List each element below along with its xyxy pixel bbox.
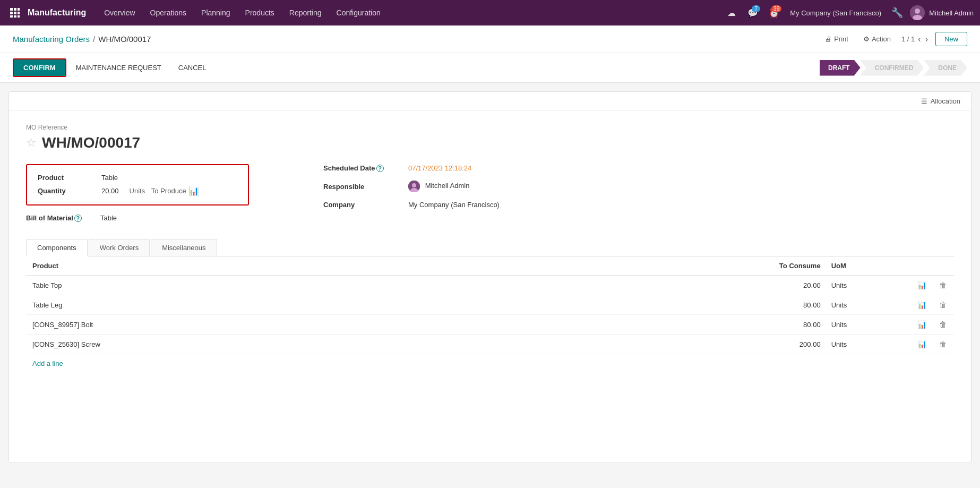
chat-icon[interactable]: 💬 7 bbox=[744, 4, 761, 21]
new-button[interactable]: New bbox=[935, 32, 967, 46]
form-section: MO Reference ☆ WH/MO/00017 Product Table… bbox=[9, 111, 971, 386]
add-line-button[interactable]: Add a line bbox=[26, 354, 70, 373]
tab-components[interactable]: Components bbox=[26, 239, 88, 256]
avatar[interactable] bbox=[910, 5, 925, 20]
prev-page-button[interactable]: ‹ bbox=[917, 33, 922, 45]
row-chart-2[interactable]: 📊 bbox=[911, 295, 933, 315]
activity-icon[interactable]: ⏰ 39 bbox=[766, 4, 783, 21]
row-uom-1: Units bbox=[827, 276, 911, 295]
scheduled-date-help-icon[interactable]: ? bbox=[376, 165, 384, 172]
row-uom-4: Units bbox=[827, 335, 911, 354]
responsible-avatar bbox=[408, 181, 420, 192]
scheduled-date-value[interactable]: 07/17/2023 12:18:24 bbox=[408, 164, 471, 172]
svg-rect-3 bbox=[10, 12, 13, 14]
svg-rect-6 bbox=[10, 15, 13, 18]
nav-items: Overview Operations Planning Products Re… bbox=[97, 0, 723, 25]
quantity-value[interactable]: 20.00 bbox=[101, 187, 119, 195]
allocation-button[interactable]: ☰ Allocation bbox=[921, 97, 960, 105]
row-consume-4[interactable]: 200.00 bbox=[655, 335, 827, 354]
confirm-button[interactable]: CONFIRM bbox=[13, 58, 66, 77]
svg-rect-5 bbox=[18, 12, 20, 14]
action-button[interactable]: ⚙ Action bbox=[859, 33, 895, 45]
status-done[interactable]: DONE bbox=[923, 60, 967, 76]
nav-item-operations[interactable]: Operations bbox=[143, 0, 194, 25]
row-product-3[interactable]: [CONS_89957] Bolt bbox=[26, 315, 283, 335]
row-delete-1[interactable]: 🗑 bbox=[933, 276, 954, 295]
breadcrumb-actions: 🖨 Print ⚙ Action 1 / 1 ‹ › New bbox=[821, 32, 967, 46]
table-row: [CONS_89957] Bolt 80.00 Units 📊 🗑 bbox=[26, 315, 954, 335]
gear-icon: ⚙ bbox=[863, 35, 870, 43]
next-page-button[interactable]: › bbox=[924, 33, 929, 45]
forecast-chart-icon[interactable]: 📊 bbox=[188, 186, 199, 196]
action-label: Action bbox=[872, 35, 891, 43]
settings-icon[interactable]: 🔧 bbox=[889, 4, 906, 21]
row-spacer-1 bbox=[283, 276, 655, 295]
chat-badge: 7 bbox=[752, 5, 760, 12]
row-consume-2[interactable]: 80.00 bbox=[655, 295, 827, 315]
cancel-button[interactable]: CANCEL bbox=[171, 59, 214, 76]
delete-row-4-button[interactable]: 🗑 bbox=[939, 340, 947, 348]
row-consume-1[interactable]: 20.00 bbox=[655, 276, 827, 295]
nav-item-products[interactable]: Products bbox=[238, 0, 282, 25]
status-draft[interactable]: DRAFT bbox=[820, 60, 861, 76]
company-label: Company bbox=[323, 201, 408, 209]
print-icon: 🖨 bbox=[825, 35, 832, 43]
company-name: My Company (San Francisco) bbox=[790, 9, 881, 17]
row-spacer-3 bbox=[283, 315, 655, 335]
status-confirmed[interactable]: CONFIRMED bbox=[860, 60, 924, 76]
row-delete-3[interactable]: 🗑 bbox=[933, 315, 954, 335]
breadcrumb-parent[interactable]: Manufacturing Orders bbox=[13, 35, 90, 44]
tabs-nav: Components Work Orders Miscellaneous bbox=[26, 239, 954, 256]
user-name: Mitchell Admin bbox=[929, 9, 974, 17]
row-delete-2[interactable]: 🗑 bbox=[933, 295, 954, 315]
table-row: [CONS_25630] Screw 200.00 Units 📊 🗑 bbox=[26, 335, 954, 354]
pagination: 1 / 1 ‹ › bbox=[901, 33, 929, 45]
bom-label: Bill of Material? bbox=[26, 214, 100, 222]
tab-miscellaneous[interactable]: Miscellaneous bbox=[151, 239, 217, 256]
row-delete-4[interactable]: 🗑 bbox=[933, 335, 954, 354]
tab-work-orders[interactable]: Work Orders bbox=[89, 239, 150, 256]
delete-row-2-button[interactable]: 🗑 bbox=[939, 301, 947, 309]
nav-item-reporting[interactable]: Reporting bbox=[282, 0, 329, 25]
row-chart-3[interactable]: 📊 bbox=[911, 315, 933, 335]
svg-rect-7 bbox=[14, 15, 16, 18]
nav-item-configuration[interactable]: Configuration bbox=[329, 0, 388, 25]
form-left: Product Table Quantity 20.00 Units To Pr… bbox=[26, 164, 302, 226]
quantity-row: Quantity 20.00 Units To Produce 📊 bbox=[38, 186, 237, 196]
maintenance-request-button[interactable]: MAINTENANCE REQUEST bbox=[68, 59, 169, 76]
delete-row-1-button[interactable]: 🗑 bbox=[939, 281, 947, 289]
app-name: Manufacturing bbox=[28, 8, 86, 18]
support-icon[interactable]: ☁ bbox=[723, 4, 740, 21]
row-chart-4[interactable]: 📊 bbox=[911, 335, 933, 354]
row-consume-3[interactable]: 80.00 bbox=[655, 315, 827, 335]
top-nav: Manufacturing Overview Operations Planni… bbox=[0, 0, 980, 25]
responsible-name[interactable]: Mitchell Admin bbox=[425, 182, 470, 190]
nav-item-planning[interactable]: Planning bbox=[194, 0, 238, 25]
bom-label-text: Bill of Material bbox=[26, 214, 73, 222]
form-right: Scheduled Date? 07/17/2023 12:18:24 Resp… bbox=[323, 164, 954, 226]
grid-menu-icon[interactable] bbox=[6, 4, 23, 21]
nav-right: ☁ 💬 7 ⏰ 39 My Company (San Francisco) 🔧 … bbox=[723, 4, 974, 21]
bom-value[interactable]: Table bbox=[100, 214, 117, 222]
col-to-consume: To Consume bbox=[655, 256, 827, 276]
product-value[interactable]: Table bbox=[101, 174, 118, 182]
bom-help-icon[interactable]: ? bbox=[74, 215, 82, 222]
row-product-4[interactable]: [CONS_25630] Screw bbox=[26, 335, 283, 354]
svg-rect-8 bbox=[18, 15, 20, 18]
col-spacer bbox=[283, 256, 655, 276]
favorite-star-icon[interactable]: ☆ bbox=[26, 136, 37, 150]
col-product: Product bbox=[26, 256, 283, 276]
delete-row-3-button[interactable]: 🗑 bbox=[939, 320, 947, 329]
row-product-1[interactable]: Table Top bbox=[26, 276, 283, 295]
pagination-text: 1 / 1 bbox=[901, 35, 915, 43]
row-uom-2: Units bbox=[827, 295, 911, 315]
col-uom: UoM bbox=[827, 256, 911, 276]
company-value: My Company (San Francisco) bbox=[408, 201, 500, 209]
to-produce-label: To Produce bbox=[151, 187, 186, 195]
row-chart-1[interactable]: 📊 bbox=[911, 276, 933, 295]
print-button[interactable]: 🖨 Print bbox=[821, 33, 853, 45]
row-product-2[interactable]: Table Leg bbox=[26, 295, 283, 315]
scheduled-date-label-text: Scheduled Date bbox=[323, 164, 375, 172]
nav-item-overview[interactable]: Overview bbox=[97, 0, 142, 25]
svg-rect-1 bbox=[14, 8, 16, 11]
